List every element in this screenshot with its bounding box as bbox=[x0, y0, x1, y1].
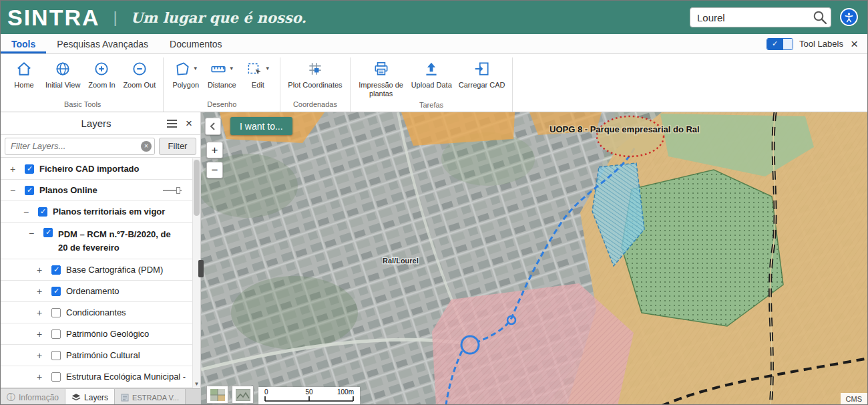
layer-label[interactable]: Ficheiro CAD importado bbox=[39, 164, 140, 174]
accessibility-button[interactable] bbox=[840, 8, 858, 26]
map-zoom-in-button[interactable]: + bbox=[206, 142, 223, 158]
panel-menu-icon[interactable] bbox=[166, 119, 178, 128]
search-input[interactable] bbox=[697, 12, 812, 23]
edit-dropdown-icon[interactable]: ▼ bbox=[265, 66, 270, 72]
group-tarefas: Impressão de plantas Upload Data Carrega… bbox=[351, 57, 513, 112]
layer-row-patrimonio-cultural[interactable]: + Património Cultural bbox=[1, 345, 192, 366]
edit-icon bbox=[246, 60, 263, 78]
layer-checkbox[interactable] bbox=[51, 372, 61, 382]
distance-button[interactable]: ▼ Distance bbox=[204, 57, 240, 91]
layer-label[interactable]: Património Cultural bbox=[66, 350, 140, 360]
expander-icon[interactable]: + bbox=[7, 164, 18, 174]
layer-label[interactable]: Base Cartográfica (PDM) bbox=[66, 265, 163, 275]
expander-icon[interactable]: + bbox=[34, 265, 45, 275]
i-want-to-button[interactable]: I want to... bbox=[230, 117, 292, 135]
layers-panel: Layers × × Filter + Ficheiro CAD importa… bbox=[1, 112, 201, 405]
slider-handle[interactable] bbox=[176, 187, 180, 194]
bottom-tab-informacao[interactable]: ⓘ Informação bbox=[1, 389, 65, 405]
map-canvas[interactable]: UOPG 8 - Parque empresarial do Ral Ral/L… bbox=[201, 112, 868, 405]
initial-view-label: Initial View bbox=[45, 81, 80, 90]
layers-icon bbox=[71, 393, 81, 402]
zoom-in-icon bbox=[93, 60, 110, 78]
header-divider: | bbox=[114, 8, 118, 27]
layer-row-ordenamento[interactable]: + Ordenamento bbox=[1, 281, 192, 302]
bottom-tab-layers[interactable]: Layers bbox=[65, 389, 115, 405]
layer-row-planos-territoriais[interactable]: − Planos territoriais em vigor bbox=[1, 201, 192, 223]
search-icon[interactable] bbox=[812, 9, 828, 25]
layer-checkbox[interactable] bbox=[25, 164, 34, 174]
layer-row-base-cartografica[interactable]: + Base Cartográfica (PDM) bbox=[1, 259, 192, 281]
zoom-out-label: Zoom Out bbox=[123, 81, 156, 90]
expander-icon[interactable]: + bbox=[34, 372, 45, 382]
distance-label: Distance bbox=[208, 81, 236, 90]
layer-row-condicionantes[interactable]: + Condicionantes bbox=[1, 302, 192, 323]
initial-view-button[interactable]: Initial View bbox=[42, 57, 83, 91]
filter-button[interactable]: Filter bbox=[159, 138, 196, 155]
layer-checkbox[interactable] bbox=[51, 329, 61, 339]
layer-checkbox[interactable] bbox=[51, 265, 61, 275]
layer-label[interactable]: Condicionantes bbox=[66, 307, 126, 317]
filter-input-wrap[interactable]: × bbox=[5, 138, 155, 155]
scrollbar-thumb[interactable] bbox=[194, 160, 200, 216]
layer-row-estrutura-ecologica[interactable]: + Estrutura Ecológica Municipal - bbox=[1, 366, 192, 388]
layer-label[interactable]: Ordenamento bbox=[66, 286, 120, 296]
close-toolbar-icon[interactable]: × bbox=[849, 37, 859, 50]
polygon-button[interactable]: ▼ Polygon bbox=[168, 57, 204, 91]
layer-row-ficheiro-cad[interactable]: + Ficheiro CAD importado bbox=[1, 158, 192, 180]
expander-icon[interactable]: + bbox=[34, 286, 45, 297]
tab-documentos[interactable]: Documentos bbox=[159, 34, 233, 53]
search-box[interactable] bbox=[690, 7, 831, 27]
filter-clear-icon[interactable]: × bbox=[141, 141, 152, 152]
layer-row-patrimonio-geologico[interactable]: + Património Geológico bbox=[1, 323, 192, 345]
layer-label[interactable]: Estrutura Ecológica Municipal - bbox=[66, 372, 186, 382]
bottom-tab-estrada[interactable]: ESTRADA V... bbox=[115, 389, 186, 405]
filter-layers-input[interactable] bbox=[11, 141, 141, 151]
layer-label[interactable]: PDM – RCM n.º7-B/2020, de 20 de fevereir… bbox=[58, 228, 176, 255]
group-desenho: ▼ Polygon ▼ Distance ▼ Edit bbox=[164, 57, 280, 112]
layer-checkbox[interactable] bbox=[25, 186, 34, 195]
panel-resize-grip[interactable] bbox=[198, 260, 204, 277]
layer-label[interactable]: Património Geológico bbox=[66, 329, 149, 339]
layer-checkbox[interactable] bbox=[51, 308, 61, 317]
polygon-dropdown-icon[interactable]: ▼ bbox=[193, 66, 198, 72]
expander-icon[interactable]: + bbox=[34, 350, 45, 361]
home-button[interactable]: Home bbox=[6, 57, 42, 91]
impressao-plantas-button[interactable]: Impressão de plantas bbox=[355, 57, 408, 99]
plot-coordinates-icon bbox=[306, 60, 324, 78]
layer-label[interactable]: Planos territoriais em vigor bbox=[53, 207, 165, 217]
expander-icon[interactable]: − bbox=[21, 207, 31, 217]
zoom-in-button[interactable]: Zoom In bbox=[83, 57, 120, 91]
panel-close-icon[interactable]: × bbox=[184, 118, 194, 129]
tab-tools[interactable]: Tools bbox=[1, 34, 46, 53]
zoom-out-icon bbox=[131, 60, 148, 78]
transparency-slider[interactable] bbox=[163, 186, 182, 194]
tool-labels-toggle[interactable] bbox=[767, 38, 793, 50]
plot-coordinates-button[interactable]: Plot Coordinates bbox=[284, 57, 345, 91]
toggle-check-icon bbox=[767, 39, 783, 49]
distance-dropdown-icon[interactable]: ▼ bbox=[229, 66, 234, 72]
map-zoom-out-button[interactable]: − bbox=[206, 162, 223, 178]
map-image[interactable]: UOPG 8 - Parque empresarial do Ral Ral/L… bbox=[201, 112, 868, 405]
expander-icon[interactable]: − bbox=[26, 228, 37, 239]
layer-checkbox[interactable] bbox=[51, 351, 61, 360]
carregar-cad-button[interactable]: Carregar CAD bbox=[455, 57, 509, 91]
expander-icon[interactable]: + bbox=[34, 329, 45, 340]
basemap-toggle-button[interactable] bbox=[232, 386, 254, 404]
expander-icon[interactable]: + bbox=[34, 307, 45, 318]
edit-button[interactable]: ▼ Edit bbox=[240, 57, 276, 91]
layer-row-pdm[interactable]: − PDM – RCM n.º7-B/2020, de 20 de fevere… bbox=[1, 223, 192, 259]
layer-checkbox[interactable] bbox=[43, 228, 53, 237]
layer-row-planos-online[interactable]: − Planos Online bbox=[1, 180, 192, 201]
overview-map-button[interactable] bbox=[206, 386, 228, 404]
scrollbar-down-icon[interactable]: ▼ bbox=[193, 379, 200, 388]
place-map-label: Ral/Lourel bbox=[383, 257, 419, 265]
info-icon: ⓘ bbox=[7, 392, 15, 404]
expander-icon[interactable]: − bbox=[7, 185, 18, 196]
layer-label[interactable]: Planos Online bbox=[39, 185, 97, 195]
collapse-panel-button[interactable] bbox=[205, 118, 221, 135]
layer-checkbox[interactable] bbox=[38, 207, 47, 217]
upload-data-button[interactable]: Upload Data bbox=[408, 57, 455, 91]
tab-pesquisas-avancadas[interactable]: Pesquisas Avançadas bbox=[46, 34, 159, 53]
zoom-out-button[interactable]: Zoom Out bbox=[120, 57, 159, 91]
layer-checkbox[interactable] bbox=[51, 287, 61, 296]
